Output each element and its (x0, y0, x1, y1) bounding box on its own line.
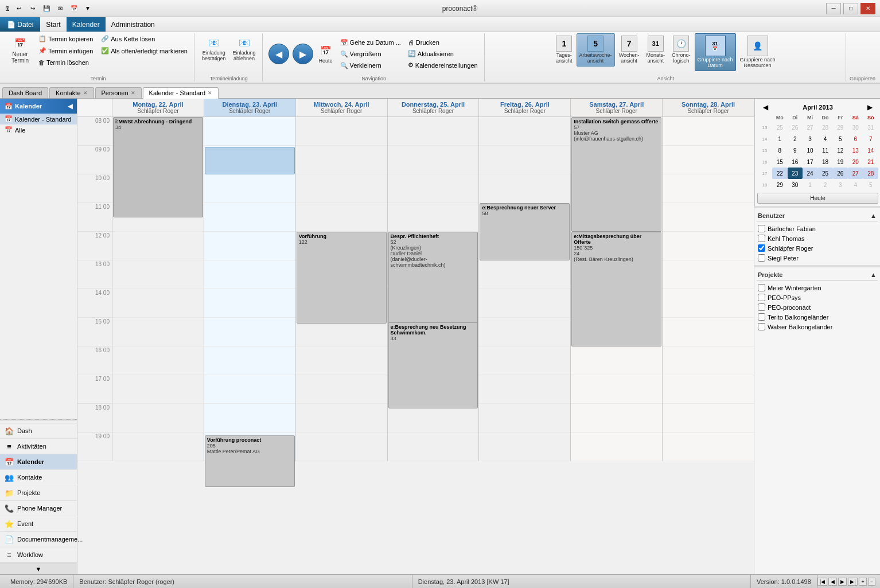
event-installation[interactable]: Installation Switch gemäss Offerte 57Mus… (571, 117, 661, 232)
event-mwst[interactable]: i:MWSt Abrechnung - Dringend 34 (113, 117, 203, 217)
users-panel-header[interactable]: Benutzer ▲ (757, 211, 878, 221)
event-selection[interactable] (205, 147, 295, 174)
mini-cal-day-2-0[interactable]: 8 (772, 145, 788, 156)
event-vorfuehrung[interactable]: Vorführung 122 (297, 232, 387, 324)
mini-cal-day-1-5[interactable]: 6 (848, 133, 863, 145)
nav-aktivitaeten[interactable]: ≡ Aktivitäten (0, 439, 77, 454)
mini-cal-day-0-0[interactable]: 25 (772, 122, 788, 133)
mini-cal-day-5-3[interactable]: 2 (817, 179, 833, 190)
tab-kontakte[interactable]: Kontakte ✕ (49, 87, 94, 98)
nav-kalender[interactable]: 📅 Kalender (0, 454, 77, 470)
project-checkbox-2[interactable] (758, 303, 765, 311)
user-item-1[interactable]: Kehl Thomas (757, 233, 878, 243)
zoom-in-btn[interactable]: 🔍 Vergrößern (337, 49, 404, 60)
menu-start[interactable]: Start (40, 17, 66, 32)
mini-cal-day-5-1[interactable]: 30 (788, 179, 803, 190)
chrono-view-btn[interactable]: 🕐 Chrono-logisch (669, 33, 694, 67)
mini-cal-day-0-3[interactable]: 28 (817, 122, 833, 133)
cal-day-col-fri[interactable]: e:Besprechnung neuer Server 58 (478, 117, 570, 461)
nav-kontakte[interactable]: 👥 Kontakte (0, 470, 77, 485)
mini-cal-day-1-6[interactable]: 7 (863, 133, 878, 145)
goto-date-btn[interactable]: 📅 Gehe zu Datum ... (337, 37, 404, 48)
cal-day-col-mon[interactable]: i:MWSt Abrechnung - Dringend 34 (112, 117, 204, 461)
cal-day-col-sat[interactable]: Installation Switch gemäss Offerte 57Mus… (570, 117, 662, 461)
menu-admin[interactable]: Administration (106, 17, 161, 32)
user-checkbox-2[interactable] (758, 244, 765, 252)
copy-termin-btn[interactable]: 📋 Termin kopieren (36, 33, 96, 44)
tab-kontakte-close[interactable]: ✕ (83, 90, 88, 96)
mini-cal-day-3-4[interactable]: 19 (833, 156, 848, 168)
nav-workflow[interactable]: ≡ Workflow (0, 547, 77, 563)
zoom-out-btn[interactable]: 🔍 Verkleinern (337, 60, 404, 71)
sidebar-collapse-icon[interactable]: ◀ (68, 103, 72, 110)
menu-file[interactable]: 📄 Datei (0, 17, 40, 32)
mini-cal-day-5-4[interactable]: 3 (833, 179, 848, 190)
mini-cal-day-2-4[interactable]: 12 (833, 145, 848, 156)
month-view-btn[interactable]: 31 Monats-ansicht (643, 33, 668, 67)
mini-cal-day-5-0[interactable]: 29 (772, 179, 788, 190)
back-btn[interactable]: ◀ (268, 44, 289, 64)
user-item-3[interactable]: Siegl Peter (757, 253, 878, 263)
mini-cal-day-0-5[interactable]: 30 (848, 122, 863, 133)
project-item-2[interactable]: PEO-proconact (757, 302, 878, 312)
project-checkbox-0[interactable] (758, 284, 765, 291)
mini-cal-day-2-5[interactable]: 13 (848, 145, 863, 156)
event-mittagsbesprechung[interactable]: e:Mittagsbesprechung über Offerte 150`32… (571, 232, 661, 346)
mini-cal-next[interactable]: ▶ (864, 102, 876, 112)
refresh-btn[interactable]: 🔄 Aktualisieren (405, 48, 481, 59)
project-checkbox-1[interactable] (758, 294, 765, 301)
menu-kalender[interactable]: Kalender (67, 17, 106, 32)
undo-btn[interactable]: ↩ (13, 3, 25, 14)
scroll-first[interactable]: |◀ (817, 578, 827, 586)
mini-cal-day-2-1[interactable]: 9 (788, 145, 803, 156)
scroll-plus[interactable]: + (859, 578, 866, 586)
print-btn[interactable]: 🖨 Drucken (405, 37, 481, 48)
event-vorfuehrung-proconact[interactable]: Vorführung proconact 205Mattle Peter/Pem… (205, 435, 295, 487)
mini-cal-day-1-2[interactable]: 3 (803, 133, 817, 145)
mini-cal-day-3-3[interactable]: 18 (817, 156, 833, 168)
cal-day-col-tue[interactable]: Vorführung proconact 205Mattle Peter/Pem… (204, 117, 295, 461)
mini-cal-day-3-0[interactable]: 15 (772, 156, 788, 168)
forward-btn[interactable]: ▶ (293, 44, 313, 64)
scroll-next[interactable]: ▶ (838, 578, 847, 586)
cal-day-col-thu[interactable]: Bespr. Pflichtenheft 52(Kreuzlingen)Dudl… (387, 117, 479, 461)
tab-dashboard[interactable]: Dash Board (2, 87, 48, 98)
mini-cal-day-3-2[interactable]: 17 (803, 156, 817, 168)
invite-confirm-btn[interactable]: 📧 Einladungbestätigen (199, 33, 229, 64)
group-resource-btn[interactable]: 👤 Gruppiere nachRessourcen (737, 33, 778, 71)
invite-decline-btn[interactable]: 📧 Einladungablehnen (230, 33, 259, 64)
mini-cal-day-2-3[interactable]: 11 (817, 145, 833, 156)
user-checkbox-3[interactable] (758, 254, 765, 262)
nav-docs[interactable]: 📄 Documentmanageme... (0, 532, 77, 547)
mini-cal-day-4-5[interactable]: 27 (848, 168, 863, 179)
tab-personen-close[interactable]: ✕ (131, 90, 135, 96)
nav-dash[interactable]: 🏠 Dash (0, 423, 77, 439)
delete-termin-btn[interactable]: 🗑 Termin löschen (36, 57, 96, 68)
close-btn[interactable]: ✕ (860, 3, 875, 14)
mini-cal-day-1-0[interactable]: 1 (772, 133, 788, 145)
chain-btn[interactable]: 🔗 Aus Kette lösen (98, 33, 190, 44)
mini-cal-day-3-6[interactable]: 21 (863, 156, 878, 168)
scroll-minus[interactable]: − (868, 578, 875, 586)
minimize-btn[interactable]: ─ (826, 3, 841, 14)
scroll-last[interactable]: ▶| (848, 578, 858, 586)
group-date-btn[interactable]: 31📅 Gruppiere nachDatum (695, 33, 736, 71)
mini-cal-day-4-4[interactable]: 26 (833, 168, 848, 179)
mini-cal-day-2-6[interactable]: 14 (863, 145, 878, 156)
project-item-3[interactable]: Terito Balkongeländer (757, 312, 878, 322)
mini-cal-today-btn[interactable]: Heute (757, 193, 878, 204)
user-item-0[interactable]: Bärlocher Fabian (757, 224, 878, 233)
mini-cal-day-5-2[interactable]: 1 (803, 179, 817, 190)
cal-quick-btn[interactable]: 📅 (68, 3, 80, 14)
mini-cal-prev[interactable]: ◀ (760, 102, 772, 112)
email-quick-btn[interactable]: ✉ (54, 3, 66, 14)
scroll-prev[interactable]: ◀ (828, 578, 837, 586)
project-checkbox-3[interactable] (758, 313, 765, 321)
tab-kalender-standard[interactable]: Kalender - Standard ✕ (143, 87, 219, 99)
mini-cal-day-5-5[interactable]: 4 (848, 179, 863, 190)
event-server-besprechung[interactable]: e:Besprechnung neuer Server 58 (480, 203, 570, 260)
cal-settings-btn[interactable]: ⚙ Kalendereinstellungen (405, 60, 481, 71)
calendar-grid[interactable]: Montag, 22. April Schläpfer Roger Dienst… (77, 99, 754, 574)
project-item-1[interactable]: PEO-PPsys (757, 293, 878, 302)
event-besprechung-besetzung[interactable]: e:Besprechung neu Besetzung Schwimmkom. … (388, 322, 478, 408)
